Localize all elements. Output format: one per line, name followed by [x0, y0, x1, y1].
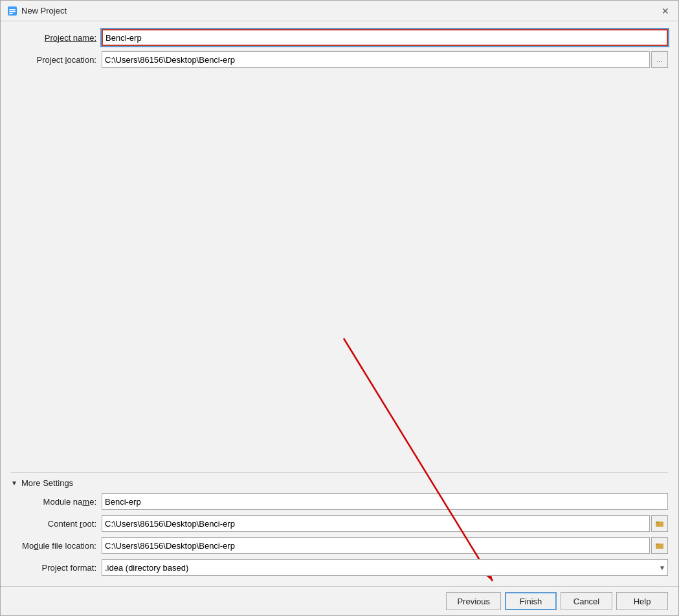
dialog-title: New Project — [21, 6, 67, 16]
svg-rect-1 — [9, 9, 16, 10]
project-format-row: Project format: .idea (directory based) … — [11, 559, 668, 576]
dialog-footer: Previous Finish Cancel Help — [1, 586, 678, 615]
help-button[interactable]: Help — [616, 592, 668, 610]
module-file-browse-button[interactable] — [651, 537, 668, 554]
project-format-label: Project format: — [11, 563, 102, 573]
more-settings-label: More Settings — [21, 478, 73, 488]
svg-rect-7 — [656, 522, 659, 523]
cancel-button[interactable]: Cancel — [561, 592, 612, 610]
content-root-browse-button[interactable] — [651, 515, 668, 532]
previous-button[interactable]: Previous — [446, 592, 501, 610]
module-name-label: Module name: — [11, 497, 102, 507]
svg-rect-2 — [9, 11, 16, 12]
close-button[interactable]: ✕ — [659, 5, 672, 17]
more-settings-toggle[interactable]: ▼ More Settings — [11, 478, 668, 488]
svg-rect-9 — [656, 544, 659, 545]
content-root-input[interactable] — [102, 515, 650, 532]
module-name-input[interactable] — [102, 493, 668, 510]
folder-icon — [655, 519, 664, 528]
project-name-input[interactable] — [102, 29, 668, 46]
more-settings-section: ▼ More Settings Module name: Content roo… — [11, 472, 668, 581]
title-bar-left: New Project — [7, 6, 67, 16]
project-location-input[interactable] — [102, 51, 650, 68]
expand-icon: ▼ — [11, 479, 17, 487]
folder-icon-2 — [655, 541, 664, 550]
svg-rect-3 — [9, 13, 13, 14]
content-root-label: Content root: — [11, 519, 102, 529]
finish-button[interactable]: Finish — [505, 592, 557, 610]
project-location-browse-button[interactable]: ... — [651, 51, 668, 68]
module-name-row: Module name: — [11, 493, 668, 510]
project-location-row: Project location: ... — [11, 51, 668, 68]
project-name-label: Project name: — [11, 33, 102, 43]
content-root-row: Content root: — [11, 515, 668, 532]
project-format-select[interactable]: .idea (directory based) Eclipse (.classp… — [102, 559, 668, 576]
title-bar: New Project ✕ — [1, 1, 678, 21]
module-file-location-label: Module file location: — [11, 541, 102, 551]
project-format-wrapper: .idea (directory based) Eclipse (.classp… — [102, 559, 668, 576]
dialog-body: Project name: Project location: ... — [1, 21, 678, 586]
project-location-label: Project location: — [11, 55, 102, 65]
app-icon — [7, 6, 17, 16]
new-project-dialog: New Project ✕ Project name: Project loca… — [0, 0, 679, 616]
project-name-row: Project name: — [11, 29, 668, 46]
module-file-location-row: Module file location: — [11, 537, 668, 554]
content-spacer — [11, 73, 668, 470]
module-file-location-input[interactable] — [102, 537, 650, 554]
